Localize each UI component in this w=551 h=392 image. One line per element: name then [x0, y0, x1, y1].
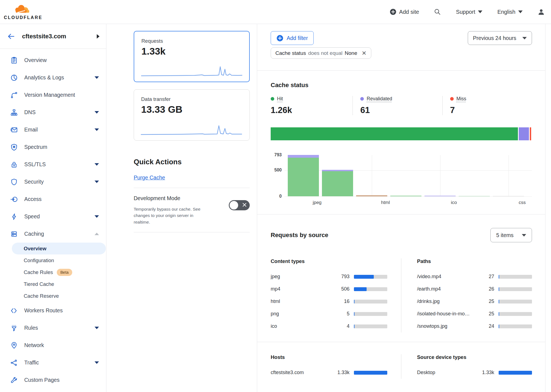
row-bar-track	[499, 371, 532, 375]
source-tables: Content typesjpeg793mp4506html16png5ico4…	[271, 258, 532, 332]
row-value: 5	[330, 311, 350, 317]
bar-jpeg	[288, 155, 319, 196]
bar-html	[356, 195, 387, 196]
bar-segment	[493, 196, 524, 196]
stat-legend[interactable]: Revalidated	[360, 96, 442, 102]
chevron-down-icon	[95, 76, 99, 79]
toggle-off-x-icon	[242, 202, 247, 207]
bar-segment	[390, 196, 421, 196]
toggle-knob	[230, 201, 238, 210]
support-menu[interactable]: Support	[456, 9, 482, 15]
sidebar-item-overview[interactable]: Overview	[0, 52, 106, 69]
requests-metric-card[interactable]: Requests 1.33k	[134, 31, 250, 82]
bar-ico	[424, 196, 456, 196]
x-axis: jpeghtmlicocss	[284, 197, 532, 208]
sidebar-subitem-label: Configuration	[24, 257, 54, 264]
table-row: /video.mp427	[417, 270, 532, 283]
metric-label: Data transfer	[141, 96, 242, 102]
lightning-bolt-icon	[10, 213, 18, 221]
table-row: Desktop1.33k	[417, 366, 532, 379]
bar-category-2	[322, 170, 353, 196]
filter-chip[interactable]: Cache status does not equal None ✕	[271, 47, 371, 59]
sidebar-item-custom-pages[interactable]: Custom Pages	[0, 371, 106, 389]
sidebar-subitem-cache-rules[interactable]: Cache RulesBeta	[12, 266, 106, 278]
sidebar-item-speed[interactable]: Speed	[0, 208, 106, 225]
development-mode-toggle[interactable]	[229, 200, 250, 210]
search-icon[interactable]	[434, 8, 441, 15]
sidebar-item-rules[interactable]: Rules	[0, 319, 106, 337]
data-transfer-metric-card[interactable]: Data transfer 13.33 GB	[134, 89, 250, 141]
purge-cache-link[interactable]: Purge Cache	[134, 174, 165, 181]
paths-table: Paths/video.mp427/earth.mp426/drinks.jpg…	[401, 258, 532, 332]
row-label: mp4	[271, 286, 330, 292]
sidebar-subitem-configuration[interactable]: Configuration	[12, 254, 106, 266]
items-count-select[interactable]: 5 items	[490, 228, 532, 242]
stacked-bar-segment-hit	[271, 127, 518, 140]
plus-circle-icon	[276, 35, 283, 42]
back-arrow-icon[interactable]	[7, 33, 15, 40]
row-bar-fill	[354, 371, 387, 375]
bar-category-6	[459, 196, 490, 196]
filter-bar: Add filter Cache status does not equal N…	[271, 31, 532, 59]
data-transfer-sparkline	[141, 124, 242, 136]
sidebar-item-caching[interactable]: Caching	[0, 225, 106, 243]
stacked-bar-segment-miss	[530, 127, 531, 140]
sidebar-item-label: Speed	[24, 213, 40, 220]
add-filter-button[interactable]: Add filter	[271, 31, 314, 45]
sidebar-item-network[interactable]: Network	[0, 337, 106, 354]
hierarchy-icon	[10, 109, 18, 116]
row-label: Desktop	[417, 370, 474, 375]
sidebar-item-dns[interactable]: DNS	[0, 104, 106, 121]
stat-legend[interactable]: Miss	[450, 96, 532, 102]
table-row: /earth.mp426	[417, 283, 532, 295]
add-site-button[interactable]: Add site	[390, 9, 419, 15]
sidebar-item-label: Network	[24, 342, 44, 348]
sidebar-item-label: Spectrum	[24, 144, 47, 150]
analytics-panel: Add filter Cache status does not equal N…	[257, 24, 551, 392]
sidebar-item-label: DNS	[24, 109, 36, 116]
sidebar-item-label: Version Management	[24, 92, 75, 98]
row-label: jpeg	[271, 274, 330, 280]
bar-category-4	[390, 196, 421, 196]
top-header: CLOUDFLARE Add site Support English	[0, 0, 551, 24]
sidebar-subitem-cache-reserve[interactable]: Cache Reserve	[12, 290, 106, 302]
row-label: /drinks.jpg	[417, 299, 474, 304]
cloudflare-logo[interactable]: CLOUDFLARE	[6, 4, 41, 20]
content-types-table: Content typesjpeg793mp4506html16png5ico4	[271, 258, 401, 332]
time-range-select[interactable]: Previous 24 hours	[468, 31, 532, 45]
cache-status-title: Cache status	[271, 82, 532, 89]
row-value: 4	[330, 323, 350, 329]
sidebar-item-ssl-tls[interactable]: SSL/TLS	[0, 156, 106, 173]
bar-segment	[459, 196, 490, 196]
pie-chart-icon	[10, 74, 18, 82]
sidebar-item-security[interactable]: Security	[0, 173, 106, 190]
sidebar-item-email[interactable]: Email	[0, 121, 106, 138]
sidebar-subitem-label: Cache Reserve	[24, 293, 59, 299]
user-avatar-icon[interactable]	[537, 8, 545, 16]
wrench-icon	[10, 376, 18, 384]
sidebar-item-spectrum[interactable]: Spectrum	[0, 138, 106, 156]
language-menu[interactable]: English	[497, 9, 523, 15]
sidebar-item-access[interactable]: Access	[0, 190, 106, 208]
chevron-right-icon[interactable]	[97, 34, 100, 39]
device-types-table: Source device typesDesktop1.33k	[401, 354, 532, 379]
sidebar-item-analytics-logs[interactable]: Analytics & Logs	[0, 69, 106, 86]
sidebar-item-traffic[interactable]: Traffic	[0, 354, 106, 371]
stat-legend[interactable]: Hit	[271, 96, 353, 102]
revalidated-dot-icon	[360, 97, 364, 101]
bar-css	[493, 196, 524, 196]
x-axis-tick: ico	[451, 200, 457, 205]
y-axis-tick: 500	[274, 168, 282, 173]
x-axis-tick: html	[381, 200, 390, 205]
hosts-table: Hostscftestsite3.com1.33k	[271, 354, 401, 379]
sidebar-item-version-management[interactable]: Version Management	[0, 86, 106, 104]
requests-by-source-header: Requests by source 5 items	[271, 228, 532, 242]
site-header: cftestsite3.com	[0, 24, 106, 49]
sidebar-item-workers-routes[interactable]: Workers Routes	[0, 302, 106, 319]
cache-status-stat-hit: Hit1.26k	[271, 96, 353, 115]
remove-filter-icon[interactable]: ✕	[362, 50, 367, 56]
sidebar-subitem-tiered-cache[interactable]: Tiered Cache	[12, 278, 106, 290]
row-bar-fill	[354, 287, 367, 291]
sidebar-subitem-overview[interactable]: Overview	[12, 243, 106, 254]
divider	[134, 188, 250, 188]
